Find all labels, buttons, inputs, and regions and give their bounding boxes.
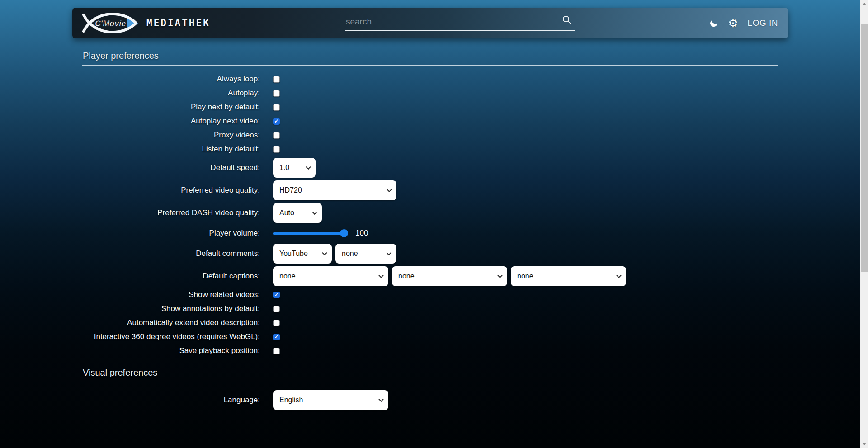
preferences-page: Player preferences Always loop: ✓ Autopl… [82, 51, 778, 410]
default-comments-select-2[interactable]: none [335, 244, 396, 264]
language-select[interactable]: English [273, 390, 388, 410]
row-show-annotations: Show annotations by default: ✓ [82, 303, 778, 314]
navbar-right: ⚙ LOG IN [709, 18, 778, 29]
check-icon: ✓ [274, 292, 278, 297]
row-show-related-videos: Show related videos: ✓ [82, 289, 778, 300]
row-listen-by-default: Listen by default: ✓ [82, 144, 778, 155]
preferred-dash-quality-select[interactable]: Auto [273, 203, 322, 223]
moon-icon[interactable] [709, 19, 718, 28]
row-player-volume: Player volume: 100 [82, 226, 778, 240]
default-speed-value: 1.0 [273, 164, 303, 172]
interactive-360-label: Interactive 360 degree videos (requires … [82, 332, 260, 341]
always-loop-label: Always loop: [82, 74, 260, 84]
proxy-videos-checkbox[interactable]: ✓ [273, 132, 280, 139]
chevron-down-icon [322, 250, 327, 255]
scroll-down-button[interactable] [860, 440, 868, 448]
default-comments-label: Default comments: [82, 249, 260, 258]
chevron-down-icon [378, 273, 383, 278]
search-input[interactable] [345, 15, 575, 28]
search-bar [345, 15, 575, 31]
brand-title[interactable]: MEDIATHEK [146, 18, 210, 28]
default-speed-select[interactable]: 1.0 [273, 158, 316, 178]
preferred-dash-quality-value: Auto [273, 209, 308, 217]
player-volume-label: Player volume: [82, 228, 260, 238]
search-icon[interactable] [562, 15, 572, 27]
language-label: Language: [82, 395, 260, 405]
search-zone [210, 15, 709, 31]
scroll-up-button[interactable] [860, 0, 868, 8]
save-playback-position-checkbox[interactable]: ✓ [273, 348, 280, 354]
play-next-label: Play next by default: [82, 102, 260, 112]
row-save-playback-position: Save playback position: ✓ [82, 345, 778, 356]
row-play-next: Play next by default: ✓ [82, 102, 778, 113]
save-playback-position-label: Save playback position: [82, 346, 260, 355]
chevron-down-icon [306, 165, 311, 170]
gear-icon[interactable]: ⚙ [728, 18, 738, 29]
default-captions-value-1: none [273, 272, 309, 280]
show-annotations-label: Show annotations by default: [82, 304, 260, 313]
row-autoplay-next-video: Autoplay next video: ✓ [82, 116, 778, 127]
row-interactive-360: Interactive 360 degree videos (requires … [82, 331, 778, 342]
slider-track [273, 232, 346, 235]
default-captions-select-1[interactable]: none [273, 266, 388, 286]
show-annotations-checkbox[interactable]: ✓ [273, 306, 280, 312]
site-logo[interactable]: C'Movie [82, 13, 139, 33]
default-captions-select-3[interactable]: none [511, 266, 626, 286]
autoplay-next-video-checkbox[interactable]: ✓ [273, 118, 280, 125]
autoplay-checkbox[interactable]: ✓ [273, 90, 280, 97]
auto-extend-description-checkbox[interactable]: ✓ [273, 320, 280, 326]
chevron-down-icon [386, 250, 391, 255]
row-always-loop: Always loop: ✓ [82, 74, 778, 85]
default-speed-label: Default speed: [82, 163, 260, 172]
row-default-captions: Default captions: none none none [82, 266, 778, 286]
interactive-360-checkbox[interactable]: ✓ [273, 334, 280, 340]
page: C'Movie MEDIATHEK ⚙ LO [0, 8, 860, 448]
language-value: English [273, 396, 316, 404]
default-comments-value-2: none [335, 250, 372, 258]
row-preferred-dash-quality: Preferred DASH video quality: Auto [82, 203, 778, 223]
default-comments-value-1: YouTube [273, 250, 321, 258]
always-loop-checkbox[interactable]: ✓ [273, 76, 280, 83]
default-comments-select-1[interactable]: YouTube [273, 244, 332, 264]
show-related-videos-label: Show related videos: [82, 290, 260, 299]
player-preferences-section: Always loop: ✓ Autoplay: ✓ Play next by … [82, 66, 778, 356]
default-captions-label: Default captions: [82, 271, 260, 281]
player-volume-value: 100 [355, 229, 368, 238]
scrollbar-thumb[interactable] [861, 24, 868, 272]
auto-extend-description-label: Automatically extend video description: [82, 318, 260, 327]
check-icon: ✓ [274, 334, 278, 340]
row-autoplay: Autoplay: ✓ [82, 88, 778, 99]
chevron-down-icon [497, 273, 502, 278]
row-default-speed: Default speed: 1.0 [82, 158, 778, 178]
scrollbar[interactable] [860, 0, 868, 448]
player-preferences-heading: Player preferences [82, 51, 778, 66]
default-captions-select-2[interactable]: none [392, 266, 507, 286]
check-icon: ✓ [274, 118, 278, 124]
row-language: Language: English [82, 390, 778, 410]
preferred-video-quality-value: HD720 [273, 186, 316, 194]
preferred-video-quality-label: Preferred video quality: [82, 185, 260, 195]
chevron-down-icon [378, 397, 383, 402]
login-button[interactable]: LOG IN [748, 18, 778, 28]
listen-by-default-label: Listen by default: [82, 144, 260, 154]
default-captions-value-3: none [511, 272, 547, 280]
preferred-video-quality-select[interactable]: HD720 [273, 180, 396, 200]
play-next-checkbox[interactable]: ✓ [273, 104, 280, 111]
logo-text: C'Movie [95, 19, 126, 28]
chevron-down-icon [616, 273, 621, 278]
visual-preferences-heading: Visual preferences [82, 368, 778, 382]
listen-by-default-checkbox[interactable]: ✓ [273, 146, 280, 153]
row-auto-extend-description: Automatically extend video description: … [82, 317, 778, 328]
chevron-down-icon [387, 187, 392, 192]
proxy-videos-label: Proxy videos: [82, 130, 260, 140]
preferred-dash-quality-label: Preferred DASH video quality: [82, 208, 260, 217]
row-default-comments: Default comments: YouTube none [82, 244, 778, 264]
autoplay-next-video-label: Autoplay next video: [82, 116, 260, 126]
player-volume-slider[interactable] [273, 229, 346, 237]
show-related-videos-checkbox[interactable]: ✓ [273, 292, 280, 298]
slider-thumb[interactable] [340, 229, 348, 237]
default-captions-value-2: none [392, 272, 428, 280]
row-preferred-video-quality: Preferred video quality: HD720 [82, 180, 778, 200]
fish-logo-icon: C'Movie [82, 13, 139, 33]
visual-preferences-section: Language: English [82, 382, 778, 410]
